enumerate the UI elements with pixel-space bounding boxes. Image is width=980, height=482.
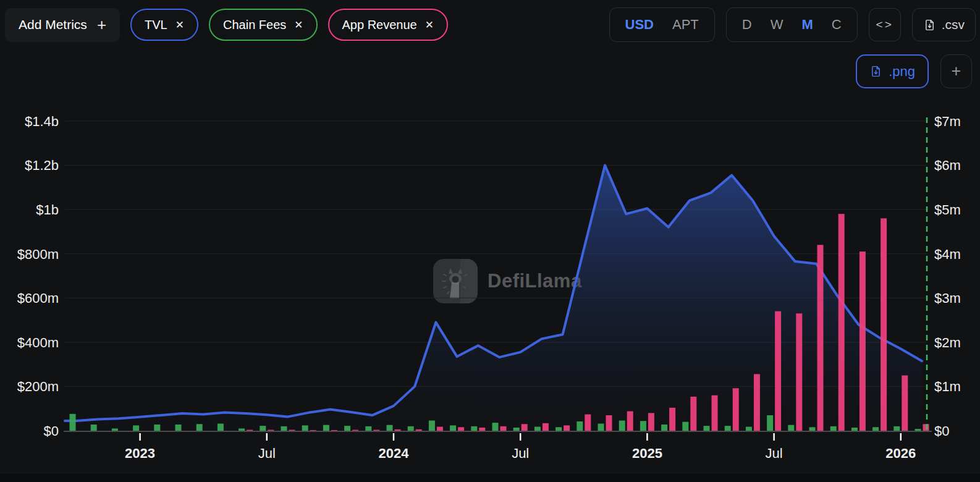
close-icon[interactable]: ✕ [425,19,434,32]
svg-text:$6m: $6m [934,158,961,173]
add-metrics-button[interactable]: Add Metrics + [5,8,120,42]
download-file-icon [923,19,936,32]
metric-chips: TVL ✕ Chain Fees ✕ App Revenue ✕ [130,9,448,41]
svg-text:2025: 2025 [632,446,662,461]
svg-text:2024: 2024 [379,446,410,461]
chart-canvas[interactable]: $0$200m$400m$600m$800m$1b$1.2b$1.4b $0$1… [0,104,980,482]
chip-tvl[interactable]: TVL ✕ [130,9,198,41]
interval-option-c[interactable]: C [832,17,842,33]
svg-text:$800m: $800m [17,247,59,262]
csv-label: .csv [942,17,965,32]
close-icon[interactable]: ✕ [294,19,303,32]
svg-text:$1m: $1m [934,379,961,394]
chip-app-revenue[interactable]: App Revenue ✕ [328,9,448,41]
plus-icon: + [97,17,106,33]
chip-label: App Revenue [342,18,417,32]
toolbar-right: USD APT D W M C <> .csv [609,7,976,42]
interval-option-w[interactable]: W [771,17,784,33]
download-png-button[interactable]: .png [856,54,929,88]
svg-text:Jul: Jul [258,446,276,461]
svg-text:2023: 2023 [125,446,155,461]
svg-text:$5m: $5m [934,202,961,218]
close-icon[interactable]: ✕ [175,19,184,32]
download-file-icon [869,65,882,78]
add-metrics-label: Add Metrics [19,17,87,32]
chip-label: TVL [145,18,167,32]
svg-text:$4m: $4m [934,247,961,262]
svg-text:$7m: $7m [934,114,961,129]
svg-text:$400m: $400m [17,335,59,350]
svg-text:$600m: $600m [17,290,59,306]
svg-text:$0: $0 [934,423,949,439]
svg-text:$3m: $3m [934,290,961,306]
svg-text:$200m: $200m [17,379,59,394]
right-axis-labels: $0$1m$2m$3m$4m$5m$6m$7m [934,114,961,439]
svg-text:$1.2b: $1.2b [25,158,59,173]
left-axis-labels: $0$200m$400m$600m$800m$1b$1.2b$1.4b [17,114,59,439]
currency-toggle: USD APT [609,7,715,42]
toolbar-row2: .png + [856,53,972,90]
interval-option-d[interactable]: D [742,17,752,33]
svg-text:Jul: Jul [512,446,529,461]
download-csv-button[interactable]: .csv [912,8,976,41]
interval-option-m[interactable]: M [801,17,813,33]
embed-code-button[interactable]: <> [869,8,901,41]
svg-text:Jul: Jul [766,446,783,461]
bottom-edge [0,474,980,482]
x-axis-labels: 2023Jul2024Jul2025Jul2026 [125,433,916,461]
svg-text:2026: 2026 [885,446,916,461]
chip-label: Chain Fees [223,18,286,32]
interval-toggle: D W M C [726,7,858,42]
chip-chain-fees[interactable]: Chain Fees ✕ [209,9,318,41]
svg-text:$1b: $1b [36,202,59,218]
currency-option-apt[interactable]: APT [672,17,699,33]
svg-text:$1.4b: $1.4b [25,114,59,129]
svg-text:$2m: $2m [934,335,961,350]
add-chart-button[interactable]: + [940,54,972,88]
toolbar: Add Metrics + TVL ✕ Chain Fees ✕ App Rev… [5,7,976,42]
svg-text:$0: $0 [44,423,59,439]
currency-option-usd[interactable]: USD [625,17,654,33]
png-label: .png [889,64,915,80]
